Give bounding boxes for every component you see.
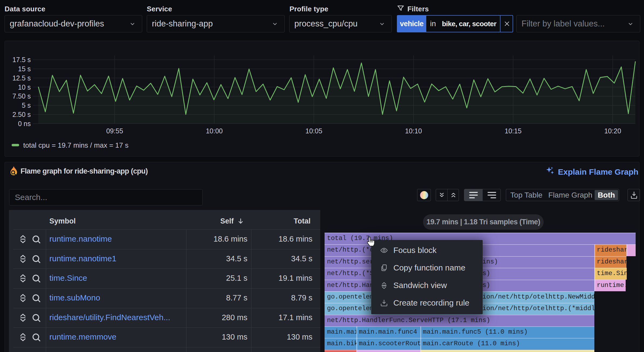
svg-text:10:15: 10:15	[505, 127, 522, 135]
svg-text:15 s: 15 s	[18, 65, 31, 73]
svg-text:0 ns: 0 ns	[18, 120, 31, 127]
svg-text:17.5 s: 17.5 s	[12, 56, 31, 63]
svg-text:10:20: 10:20	[604, 127, 621, 135]
svg-text:10 s: 10 s	[18, 83, 31, 91]
svg-text:2.50 s: 2.50 s	[12, 111, 31, 118]
svg-text:total cpu = 19.7 mins / max =: total cpu = 19.7 mins / max = 17 s	[23, 141, 128, 149]
svg-text:5 s: 5 s	[22, 101, 31, 109]
svg-text:10:05: 10:05	[305, 127, 322, 135]
svg-text:10:00: 10:00	[206, 127, 223, 135]
svg-text:7.50 s: 7.50 s	[12, 92, 31, 100]
svg-text:10:10: 10:10	[405, 127, 422, 135]
svg-text:09:55: 09:55	[106, 127, 123, 135]
svg-text:12.5 s: 12.5 s	[12, 74, 31, 82]
